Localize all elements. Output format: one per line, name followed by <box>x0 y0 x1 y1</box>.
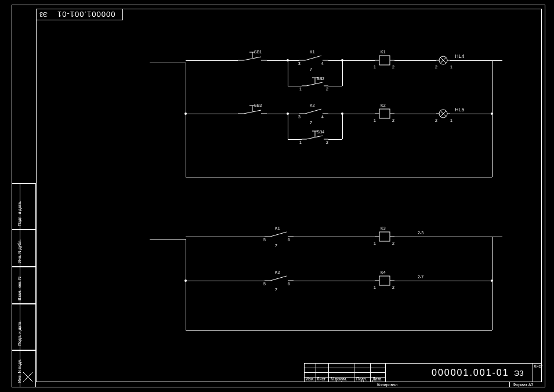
sidebar-lbl-podp-data1: Подп. и дата. <box>17 321 21 346</box>
hl5-pin1: 1 <box>450 118 452 122</box>
k4-coil-label: K4 <box>381 270 386 274</box>
list-corner: Лист <box>534 364 542 368</box>
c2-left-bus <box>186 239 186 330</box>
tb-ndok: N докум. <box>331 377 347 381</box>
k1-pin3: 3 <box>298 61 300 66</box>
node-c1-right-bus <box>491 112 493 115</box>
node-c1r2-a <box>287 112 289 115</box>
k2-coil-label: K2 <box>381 103 386 107</box>
inner-frame <box>36 9 542 382</box>
tb-list: Лист <box>317 377 325 381</box>
doc-number-top: 000001.001-01 <box>57 10 115 19</box>
net23-label: 2-3 <box>418 231 423 235</box>
k1-contact-symbol <box>299 55 328 63</box>
sb1-label: SB1 <box>254 50 262 54</box>
c1r2-seg2 <box>267 114 299 114</box>
sb2-pin2: 2 <box>326 87 328 91</box>
sb2-label: SB2 <box>317 77 324 81</box>
k1-coil-label: K1 <box>381 50 386 54</box>
c2-bottom-closure <box>186 330 492 331</box>
hl4-pin2: 2 <box>435 65 437 69</box>
hl5-pin2: 2 <box>435 118 437 122</box>
sidebar-podp-data2 <box>12 183 36 230</box>
sidebar-lbl-vzam-inv: Взам. инв. N <box>17 277 21 300</box>
node-c1r1-b <box>341 59 343 61</box>
sb4-pin1: 1 <box>299 140 302 144</box>
k2-coil-symbol <box>375 109 394 118</box>
k1-pin4: 4 <box>321 61 324 66</box>
sb2-h-right <box>328 86 342 86</box>
svg-rect-47 <box>379 232 390 241</box>
k3-coil-symbol <box>375 232 394 241</box>
k2b-pin5: 5 <box>263 282 266 286</box>
sb4-h-right <box>328 139 342 140</box>
hl4-symbol <box>436 56 450 65</box>
c1r2-seg1 <box>186 114 238 114</box>
k1b-pin6: 6 <box>288 238 290 242</box>
c2-stub-left <box>150 239 186 239</box>
c1-stub-right <box>492 60 502 61</box>
sidebar-lbl-podp-data2: Подп. и дата. <box>17 201 21 226</box>
node-c1-left-bus <box>184 112 187 115</box>
c2r1-seg3 <box>394 237 492 237</box>
c1r2-seg3 <box>328 114 375 114</box>
hl4-pin1: 1 <box>450 65 452 69</box>
c2r1-seg1 <box>186 237 265 237</box>
c1r1-seg1 <box>186 60 238 61</box>
c1r1-seg5 <box>450 60 492 61</box>
footer-format: Формат A3 <box>513 383 533 387</box>
k3-coil-label: K3 <box>381 226 386 230</box>
svg-line-20 <box>306 82 323 86</box>
tb-podp: Подп. <box>356 377 367 381</box>
tb-data: Дата <box>372 377 382 381</box>
footer-div1 <box>509 382 510 387</box>
k2b-label: K2 <box>275 270 280 274</box>
sb2-v-right <box>342 60 343 86</box>
sb2-pin1: 1 <box>299 87 302 91</box>
type-code-top: Э3 <box>39 11 48 18</box>
sb3-label: SB3 <box>254 103 262 107</box>
sidebar-podp-data1 <box>12 304 36 350</box>
svg-line-9 <box>305 56 321 60</box>
node-c1r2-b <box>341 112 343 115</box>
sb2-v-left <box>288 60 288 86</box>
sb2-h-left <box>288 86 302 86</box>
k1-coil-pin2: 2 <box>392 65 394 69</box>
svg-line-52 <box>270 276 287 281</box>
c1-stub-left <box>150 63 186 63</box>
k2b-pin6: 6 <box>288 282 290 286</box>
hl4-label: HL4 <box>455 53 465 59</box>
svg-rect-10 <box>379 56 390 65</box>
c2-right-bus <box>492 237 493 330</box>
c2r2-seg2 <box>294 281 375 281</box>
k1-contact-label: K1 <box>310 50 315 54</box>
node-c2-right-bus <box>491 280 493 282</box>
tb-izm: Изм. <box>306 377 314 381</box>
c1r1-seg4 <box>394 60 436 61</box>
k1b-pin5: 5 <box>263 238 266 242</box>
k4-coil-symbol <box>375 276 394 285</box>
c2-stub-right <box>492 237 502 237</box>
svg-rect-31 <box>379 109 390 118</box>
sb1-symbol <box>238 51 267 63</box>
sb4-h-left <box>288 139 302 140</box>
svg-line-30 <box>305 109 321 114</box>
k1-coil-symbol <box>375 56 394 65</box>
k2-pin3: 3 <box>298 115 300 119</box>
c1r2-seg4 <box>394 114 436 114</box>
sidebar-inv-n-dubl <box>12 230 36 267</box>
c1-left-bus <box>186 63 186 177</box>
c1-right-bus <box>492 60 493 177</box>
k3-coil-pin2: 2 <box>392 241 394 245</box>
k1-coil-pin1: 1 <box>374 65 376 69</box>
k2-pin4: 4 <box>321 115 324 119</box>
sidebar-vzam-inv <box>12 267 36 304</box>
k4-coil-pin2: 2 <box>392 285 394 289</box>
k1b-label: K1 <box>275 226 280 230</box>
footer-kopiroval: Копировал <box>377 383 397 387</box>
sidebar-lbl-inv-n-podl: Инв. N подл. <box>17 359 21 383</box>
svg-rect-53 <box>379 276 390 285</box>
svg-line-41 <box>306 136 323 139</box>
c1-bottom-closure <box>186 177 492 177</box>
tb-row2 <box>304 372 385 373</box>
